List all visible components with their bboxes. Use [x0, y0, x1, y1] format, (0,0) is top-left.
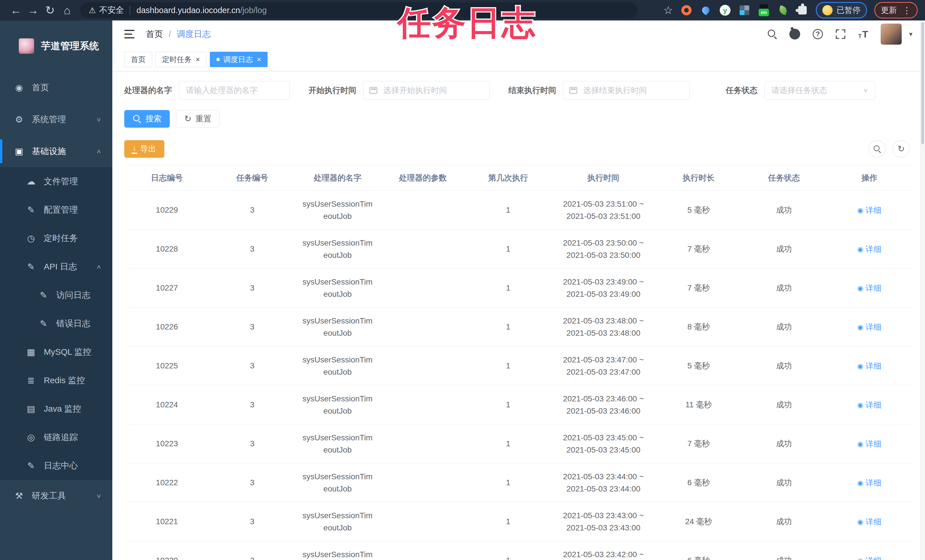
- tab-scheduled-tasks[interactable]: 定时任务 ×: [155, 52, 206, 67]
- tab-job-log[interactable]: 调度日志 ×: [210, 52, 268, 67]
- sidebar-item-config-management[interactable]: ✎ 配置管理: [0, 196, 112, 224]
- table-row[interactable]: 10224 3 sysUserSessionTim eoutJob 1 2021…: [124, 385, 912, 425]
- sidebar-item-dev-tools[interactable]: ⚒ 研发工具 ∨: [0, 480, 112, 512]
- round: 1: [506, 400, 511, 409]
- sidebar-item-scheduled-tasks[interactable]: ◷ 定时任务: [0, 224, 112, 253]
- detail-link[interactable]: ◉ 详细: [857, 399, 881, 411]
- bookmark-star-icon[interactable]: ☆: [663, 4, 673, 17]
- extension-on-icon[interactable]: on: [758, 4, 770, 16]
- browser-menu-kebab-icon[interactable]: ⋮: [902, 5, 911, 15]
- profile-paused-chip[interactable]: 已暂停: [816, 2, 867, 18]
- detail-link[interactable]: ◉ 详细: [857, 477, 881, 489]
- table-row[interactable]: 10221 3 sysUserSessionTim eoutJob 1 2021…: [124, 502, 912, 541]
- extension-ring-icon[interactable]: [681, 4, 692, 16]
- detail-link[interactable]: ◉ 详细: [857, 243, 881, 255]
- profile-emoji-avatar: [823, 5, 833, 15]
- browser-reload-icon[interactable]: ↻: [42, 2, 59, 19]
- extension-y-icon[interactable]: y: [719, 4, 731, 16]
- table-row[interactable]: 10227 3 sysUserSessionTim eoutJob 1 2021…: [124, 269, 912, 307]
- detail-link[interactable]: ◉ 详细: [857, 438, 881, 450]
- refresh-icon: ↻: [898, 145, 904, 153]
- exec-time-start: 2021-05-03 23:45:00 ~: [551, 432, 656, 444]
- table-row[interactable]: 10223 3 sysUserSessionTim eoutJob 1 2021…: [124, 425, 912, 463]
- end-time-input[interactable]: [563, 81, 690, 100]
- end-time-picker[interactable]: [563, 81, 690, 100]
- timer-icon: ◷: [26, 233, 36, 244]
- sidebar-item-label: 首页: [32, 82, 49, 93]
- detail-link[interactable]: ◉ 详细: [857, 321, 881, 333]
- sidebar-item-log-center[interactable]: ✎ 日志中心: [0, 452, 112, 480]
- browser-back-icon[interactable]: ←: [8, 2, 24, 19]
- status-select[interactable]: 请选择任务状态 ∨: [764, 81, 875, 100]
- job-id: 3: [250, 244, 255, 253]
- search-icon[interactable]: [768, 30, 777, 39]
- github-icon[interactable]: [789, 29, 800, 39]
- detail-link[interactable]: ◉ 详细: [857, 555, 881, 560]
- round: 1: [506, 206, 511, 214]
- breadcrumb-current[interactable]: 调度日志: [176, 29, 211, 40]
- table-row[interactable]: 10226 3 sysUserSessionTim eoutJob 1 2021…: [124, 307, 912, 346]
- table-row[interactable]: 10220 3 sysUserSessionTim eoutJob 1 2021…: [124, 541, 912, 560]
- sidebar-item-system-management[interactable]: ⚙ 系统管理 ∨: [0, 104, 112, 135]
- sidebar-item-file-management[interactable]: ☁ 文件管理: [0, 167, 112, 196]
- detail-link[interactable]: ◉ 详细: [857, 282, 881, 294]
- sidebar-item-access-logs[interactable]: ✎ 访问日志: [0, 281, 112, 309]
- sidebar-item-api-logs[interactable]: ✎ API 日志 ∧: [0, 253, 112, 281]
- extension-drop-icon[interactable]: [700, 4, 712, 16]
- tab-home[interactable]: 首页: [124, 52, 152, 67]
- text-size-icon[interactable]: T T: [858, 29, 868, 39]
- table-row[interactable]: 10222 3 sysUserSessionTim eoutJob 1 2021…: [124, 463, 912, 502]
- handler-name-line1: sysUserSessionTim: [295, 432, 380, 444]
- handler-name: sysUserSessionTim eoutJob: [295, 393, 380, 417]
- sidebar-item-label: 文件管理: [44, 176, 78, 187]
- grid-shape: [740, 5, 749, 15]
- table-row[interactable]: 10229 3 sysUserSessionTim eoutJob 1 2021…: [124, 191, 912, 230]
- extension-leaf-icon[interactable]: [777, 4, 789, 16]
- not-secure-label[interactable]: 不安全: [99, 5, 124, 16]
- detail-link[interactable]: ◉ 详细: [857, 360, 881, 372]
- sidebar-item-trace[interactable]: ◎ 链路追踪: [0, 423, 112, 452]
- cell-duration: 6 毫秒: [656, 541, 741, 560]
- extensions-puzzle-icon[interactable]: [797, 4, 808, 16]
- close-tab-icon[interactable]: ×: [196, 56, 200, 63]
- sidebar-item-home[interactable]: ◉ 首页: [0, 72, 112, 104]
- browser-update-chip[interactable]: 更新 ⋮: [874, 2, 917, 18]
- sidebar-item-infrastructure[interactable]: ▣ 基础设施 ∧: [0, 135, 112, 167]
- user-avatar[interactable]: [881, 24, 902, 45]
- sidebar-item-java-monitor[interactable]: ▤ Java 监控: [0, 394, 112, 423]
- close-tab-icon[interactable]: ×: [257, 56, 261, 63]
- detail-link[interactable]: ◉ 详细: [857, 204, 881, 216]
- duration: 7 毫秒: [687, 244, 710, 253]
- address-bar[interactable]: ⚠ 不安全 dashboard.yudao.iocoder.cn/job/log: [80, 2, 637, 18]
- table-row[interactable]: 10225 3 sysUserSessionTim eoutJob 1 2021…: [124, 346, 912, 385]
- browser-home-icon[interactable]: ⌂: [59, 2, 75, 19]
- begin-time-picker[interactable]: [363, 81, 490, 100]
- sidebar-item-mysql-monitor[interactable]: ▦ MySQL 监控: [0, 338, 112, 366]
- table-row[interactable]: 10228 3 sysUserSessionTim eoutJob 1 2021…: [124, 230, 912, 269]
- refresh-table-button[interactable]: ↻: [893, 140, 910, 158]
- breadcrumb-home[interactable]: 首页: [146, 29, 163, 40]
- toggle-search-button[interactable]: [869, 140, 886, 158]
- search-button[interactable]: 搜索: [124, 110, 170, 128]
- exec-time-end: 2021-05-03 23:45:00: [551, 444, 656, 456]
- hamburger-icon[interactable]: [124, 30, 134, 38]
- scrollbar-thumb[interactable]: [921, 22, 924, 145]
- handler-name-input[interactable]: [179, 81, 290, 100]
- avatar-caret-icon[interactable]: ▾: [909, 30, 913, 38]
- fullscreen-icon[interactable]: [835, 29, 846, 39]
- detail-link[interactable]: ◉ 详细: [857, 516, 881, 528]
- cell-job-id: 3: [209, 425, 295, 463]
- extension-grid-icon[interactable]: [738, 4, 750, 16]
- export-button[interactable]: ↓ 导出: [124, 140, 164, 158]
- log-id: 10225: [156, 361, 178, 370]
- exec-time-start: 2021-05-03 23:49:00 ~: [551, 276, 656, 288]
- sidebar-item-error-logs[interactable]: ✎ 错误日志: [0, 309, 112, 338]
- column-header-actions: 操作: [827, 166, 912, 191]
- sidebar-item-redis-monitor[interactable]: ≣ Redis 监控: [0, 366, 112, 394]
- reset-button[interactable]: ↻ 重置: [176, 110, 220, 128]
- browser-forward-icon[interactable]: →: [24, 2, 42, 19]
- help-icon[interactable]: ?: [813, 29, 823, 39]
- begin-time-input[interactable]: [363, 81, 490, 100]
- filter-label: 开始执行时间: [309, 85, 356, 96]
- sidebar-logo[interactable]: 芋道管理系统: [0, 21, 112, 72]
